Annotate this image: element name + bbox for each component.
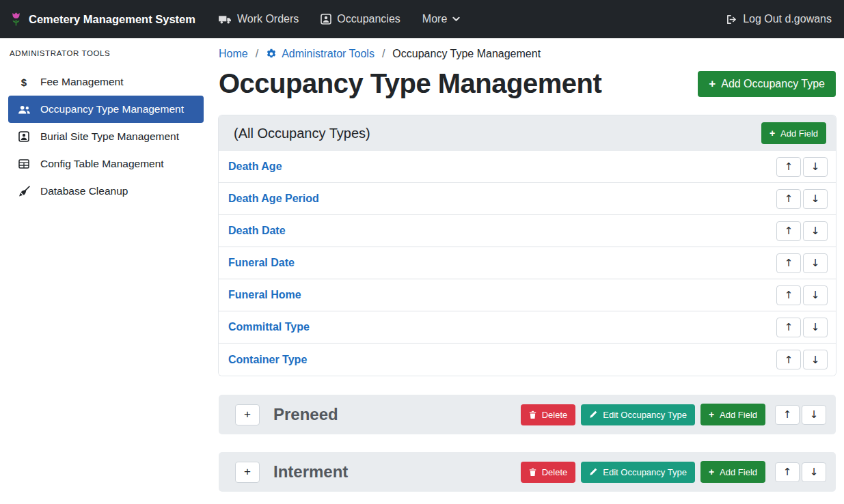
portrait-icon: [321, 14, 331, 25]
arrow-down-icon: ↓: [811, 257, 820, 269]
field-link[interactable]: Death Age Period: [228, 193, 319, 205]
arrow-down-icon: ↓: [811, 193, 820, 205]
arrow-down-icon: ↓: [811, 225, 820, 237]
logout-button[interactable]: Log Out d.gowans: [726, 13, 832, 25]
expand-button[interactable]: +: [235, 404, 260, 425]
field-row: Death Date ↑ ↓: [219, 215, 836, 247]
breadcrumb-separator: /: [382, 48, 385, 60]
field-row: Committal Type ↑ ↓: [219, 311, 836, 344]
nav-occupancies-label: Occupancies: [337, 13, 400, 25]
field-link[interactable]: Death Date: [228, 225, 286, 237]
sidebar-item-fee-management[interactable]: $ Fee Management: [8, 68, 204, 96]
breadcrumb-administrator-tools[interactable]: Administrator Tools: [266, 48, 375, 60]
edit-label: Edit Occupancy Type: [603, 467, 687, 477]
nav-work-orders[interactable]: Work Orders: [219, 13, 299, 25]
section-buttons: Delete Edit Occupancy Type + Add Field ↑: [521, 461, 826, 483]
field-link[interactable]: Funeral Date: [228, 257, 295, 269]
app-title: Cemetery Management System: [29, 13, 195, 26]
field-link[interactable]: Committal Type: [228, 321, 310, 333]
logout-icon: [726, 14, 737, 25]
nav-more[interactable]: More: [422, 13, 460, 25]
nav-more-label: More: [422, 13, 447, 25]
move-up-button[interactable]: ↑: [776, 253, 801, 273]
add-field-button[interactable]: + Add Field: [761, 122, 826, 144]
sidebar-item-occupancy-type-management[interactable]: Occupancy Type Management: [8, 96, 204, 123]
field-link[interactable]: Funeral Home: [228, 289, 301, 301]
move-up-button[interactable]: ↑: [776, 350, 801, 369]
arrow-down-icon: ↓: [811, 160, 820, 173]
plus-icon: +: [709, 466, 714, 477]
move-up-button[interactable]: ↑: [776, 285, 801, 305]
field-link[interactable]: Container Type: [228, 354, 307, 366]
sidebar-item-label: Burial Site Type Management: [40, 130, 179, 143]
arrow-up-icon: ↑: [783, 408, 792, 421]
delete-label: Delete: [542, 410, 568, 420]
sidebar-item-database-cleanup[interactable]: Database Cleanup: [8, 178, 204, 205]
portrait-icon: [16, 131, 31, 142]
move-down-button[interactable]: ↓: [803, 221, 828, 241]
arrow-up-icon: ↑: [785, 160, 793, 173]
dollar-icon: $: [16, 76, 31, 88]
arrow-up-icon: ↑: [785, 321, 793, 333]
occupancy-type-section-preneed: + Preneed Delete: [219, 395, 836, 434]
arrow-down-icon: ↓: [811, 321, 820, 333]
add-field-label: Add Field: [720, 467, 757, 477]
move-down-button[interactable]: ↓: [802, 405, 826, 425]
move-up-button[interactable]: ↑: [775, 405, 800, 425]
reorder-controls: ↑ ↓: [776, 350, 828, 369]
sidebar-item-label: Config Table Management: [40, 158, 164, 170]
logout-label: Log Out d.gowans: [743, 13, 832, 25]
reorder-controls: ↑ ↓: [776, 253, 828, 273]
breadcrumb-home[interactable]: Home: [219, 48, 248, 60]
sidebar-heading: ADMINISTRATOR TOOLS: [8, 48, 204, 68]
sidebar-item-config-table-management[interactable]: Config Table Management: [8, 150, 204, 178]
arrow-up-icon: ↑: [785, 289, 793, 301]
move-down-button[interactable]: ↓: [803, 157, 828, 177]
top-navbar: Cemetery Management System Work Orders: [0, 0, 844, 38]
delete-label: Delete: [542, 467, 568, 477]
move-down-button[interactable]: ↓: [803, 318, 828, 337]
reorder-controls: ↑ ↓: [775, 405, 826, 425]
plus-icon: +: [244, 408, 251, 421]
trash-icon: [529, 468, 536, 477]
move-down-button[interactable]: ↓: [802, 462, 826, 482]
move-down-button[interactable]: ↓: [803, 189, 828, 209]
edit-occupancy-type-button[interactable]: Edit Occupancy Type: [581, 404, 695, 425]
nav-occupancies[interactable]: Occupancies: [321, 13, 400, 25]
sidebar-item-burial-site-type-management[interactable]: Burial Site Type Management: [8, 123, 204, 150]
occupancy-type-section-interment: + Interment Delete: [219, 452, 836, 492]
move-down-button[interactable]: ↓: [803, 350, 828, 369]
pencil-icon: [589, 468, 597, 476]
pencil-icon: [589, 410, 597, 419]
card-title: (All Occupancy Types): [234, 126, 370, 141]
add-field-button[interactable]: + Add Field: [700, 461, 765, 483]
reorder-controls: ↑ ↓: [776, 285, 828, 305]
sidebar-item-label: Database Cleanup: [40, 185, 128, 197]
delete-button[interactable]: Delete: [521, 404, 576, 425]
move-up-button[interactable]: ↑: [776, 221, 801, 241]
app-brand[interactable]: Cemetery Management System: [10, 12, 195, 27]
field-link[interactable]: Death Age: [228, 160, 282, 173]
move-down-button[interactable]: ↓: [803, 253, 828, 273]
delete-button[interactable]: Delete: [521, 462, 576, 483]
arrow-down-icon: ↓: [810, 408, 819, 421]
breadcrumb-home-label: Home: [219, 48, 248, 60]
move-up-button[interactable]: ↑: [775, 462, 800, 482]
plus-icon: +: [770, 128, 775, 139]
plus-icon: +: [244, 465, 251, 478]
expand-button[interactable]: +: [235, 462, 260, 483]
broom-icon: [16, 186, 31, 197]
arrow-up-icon: ↑: [785, 193, 793, 205]
move-up-button[interactable]: ↑: [776, 318, 801, 337]
breadcrumb-current: Occupancy Type Management: [392, 48, 541, 60]
users-icon: [16, 104, 31, 115]
edit-label: Edit Occupancy Type: [603, 410, 687, 420]
edit-occupancy-type-button[interactable]: Edit Occupancy Type: [581, 462, 695, 483]
add-field-button[interactable]: + Add Field: [700, 404, 765, 425]
field-row: Funeral Date ↑ ↓: [219, 247, 836, 279]
move-up-button[interactable]: ↑: [776, 157, 801, 177]
move-down-button[interactable]: ↓: [803, 285, 828, 305]
add-occupancy-type-button[interactable]: + Add Occupancy Type: [698, 71, 836, 97]
move-up-button[interactable]: ↑: [776, 189, 801, 209]
field-row: Container Type ↑ ↓: [219, 344, 836, 376]
